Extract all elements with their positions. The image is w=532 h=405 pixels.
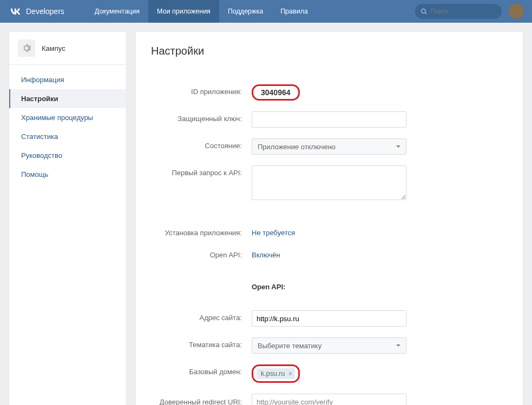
- redirect-input[interactable]: [252, 394, 406, 405]
- sidebar-item-info[interactable]: Информация: [9, 70, 126, 89]
- search-input[interactable]: [430, 8, 496, 15]
- label-redirect: Доверенный redirect URI: Добавить ещё: [151, 394, 252, 405]
- label-app-id: ID приложения:: [151, 84, 252, 96]
- status-value: Приложение отключено: [258, 143, 336, 151]
- base-domain-input[interactable]: [302, 369, 389, 377]
- base-domain-highlight: k.psu.ru ✕: [252, 364, 300, 383]
- label-status: Состояние:: [151, 138, 252, 150]
- app-id-value: 3040964: [252, 84, 300, 101]
- install-value[interactable]: Не требуется: [252, 225, 295, 237]
- redirect-label-line1: Доверенный redirect URI:: [160, 398, 242, 405]
- logo-section[interactable]: Developers: [9, 5, 64, 18]
- row-status: Состояние: Приложение отключено: [151, 138, 508, 155]
- sidebar-item-stored-procs[interactable]: Хранимые процедуры: [9, 108, 126, 127]
- nav-items: Документация Мои приложения Поддержка Пр…: [86, 0, 317, 23]
- row-first-request: Первый запрос к API:: [151, 165, 508, 202]
- site-address-input[interactable]: [252, 310, 406, 327]
- app-icon-box: [18, 39, 35, 57]
- search-box[interactable]: [415, 4, 502, 19]
- svg-line-1: [425, 12, 426, 14]
- domain-token: k.psu.ru ✕: [257, 368, 295, 379]
- row-openapi: Open API: Включён: [151, 248, 508, 259]
- secret-input[interactable]: [252, 111, 406, 128]
- nav-support[interactable]: Поддержка: [219, 0, 272, 23]
- domain-token-text: k.psu.ru: [261, 370, 285, 377]
- row-section-header: Open API:: [151, 270, 508, 300]
- sidebar-item-help[interactable]: Помощь: [9, 165, 126, 184]
- nav-my-apps[interactable]: Мои приложения: [148, 0, 219, 23]
- nav-documentation[interactable]: Документация: [86, 0, 148, 23]
- openapi-section-header: Open API:: [252, 283, 414, 291]
- label-secret: Защищенный ключ:: [151, 111, 252, 123]
- nav-rules[interactable]: Правила: [272, 0, 317, 23]
- topbar-right: [415, 4, 523, 19]
- page-title: Настройки: [151, 45, 508, 57]
- sidebar: Кампус Информация Настройки Хранимые про…: [9, 31, 127, 405]
- sidebar-header: Кампус: [9, 32, 126, 65]
- status-select[interactable]: Приложение отключено: [252, 138, 406, 155]
- label-base-domain: Базовый домен:: [151, 364, 252, 376]
- vk-logo-icon: [9, 5, 22, 18]
- row-app-id: ID приложения: 3040964: [151, 84, 508, 101]
- label-install: Установка приложения:: [151, 225, 252, 237]
- label-openapi: Open API:: [151, 248, 252, 259]
- label-site-theme: Тематика сайта:: [151, 337, 252, 349]
- row-base-domain: Базовый домен: k.psu.ru ✕: [151, 364, 508, 383]
- row-site-theme: Тематика сайта: Выберите тематику: [151, 337, 508, 354]
- site-theme-placeholder: Выберите тематику: [258, 342, 321, 350]
- chevron-down-icon: [396, 145, 400, 148]
- row-secret: Защищенный ключ:: [151, 111, 508, 128]
- label-site-address: Адрес сайта:: [151, 310, 252, 322]
- row-site-address: Адрес сайта:: [151, 310, 508, 327]
- openapi-value[interactable]: Включён: [252, 248, 280, 259]
- gear-icon: [22, 43, 31, 53]
- sidebar-item-settings[interactable]: Настройки: [9, 89, 126, 108]
- row-install: Установка приложения: Не требуется: [151, 225, 508, 237]
- first-request-textarea[interactable]: [252, 165, 406, 200]
- logo-text: Developers: [26, 7, 64, 16]
- search-icon: [421, 8, 427, 15]
- label-first-request: Первый запрос к API:: [151, 165, 252, 177]
- page-wrap: Кампус Информация Настройки Хранимые про…: [0, 23, 532, 405]
- site-theme-select[interactable]: Выберите тематику: [252, 337, 406, 354]
- sidebar-item-guide[interactable]: Руководство: [9, 146, 126, 165]
- svg-point-0: [422, 9, 426, 13]
- row-redirect: Доверенный redirect URI: Добавить ещё: [151, 394, 508, 405]
- avatar[interactable]: [508, 4, 523, 19]
- close-icon[interactable]: ✕: [288, 370, 293, 377]
- chevron-down-icon: [396, 344, 400, 347]
- topbar: Developers Документация Мои приложения П…: [0, 0, 532, 23]
- main-panel: Настройки ID приложения: 3040964 Защищен…: [135, 31, 523, 405]
- app-name: Кампус: [42, 44, 65, 52]
- sidebar-item-stats[interactable]: Статистика: [9, 127, 126, 146]
